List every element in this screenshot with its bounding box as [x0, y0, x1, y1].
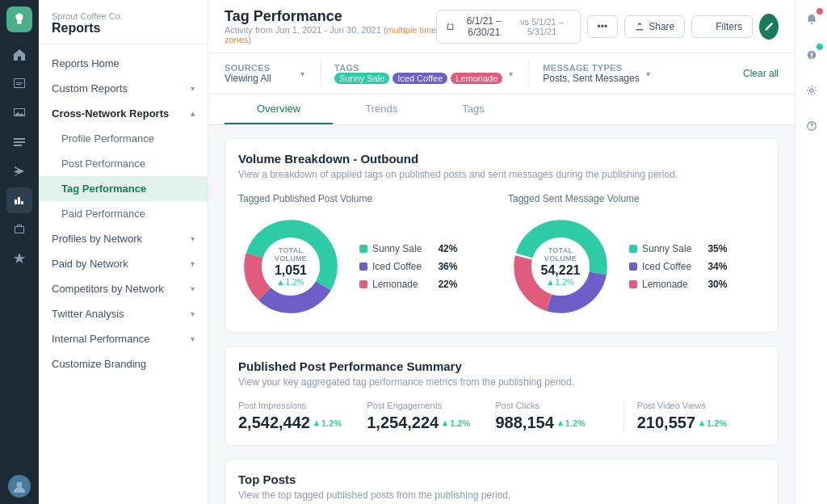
- tab-overview[interactable]: Overview: [225, 94, 333, 124]
- nav-analytics-icon[interactable]: [6, 187, 32, 213]
- competitors-label: Competitors by Network: [52, 283, 164, 295]
- paid-performance-label: Paid Performance: [61, 208, 145, 220]
- left-donut-center: Total Volume 1,051 1.2%: [265, 246, 317, 287]
- legend-item-iced-right: Iced Coffee 34%: [629, 261, 727, 272]
- lemonade-dot-left: [359, 280, 367, 288]
- clicks-value: 988,154 1.2%: [496, 414, 611, 432]
- company-name: Sprout Coffee Co.: [52, 11, 195, 21]
- top-posts-subtitle: View the top tagged published posts from…: [238, 489, 765, 501]
- sidebar-item-twitter-analysis[interactable]: Twitter Analysis ▾: [39, 301, 208, 326]
- sidebar: Sprout Coffee Co. Reports Reports Home C…: [39, 0, 208, 504]
- filter-message-types[interactable]: Message Types Posts, Sent Messages ▾: [543, 60, 665, 87]
- filter-sources[interactable]: Sources Viewing All ▾: [225, 60, 321, 87]
- message-types-chevron: ▾: [646, 69, 650, 78]
- nav-home-icon[interactable]: [6, 42, 32, 68]
- volume-card-subtitle: View a breakdown of applied tags on publ…: [238, 169, 765, 180]
- sidebar-item-profiles-by-network[interactable]: Profiles by Network ▾: [39, 226, 208, 251]
- right-donut-center: Total Volume 54,221 1.2%: [535, 246, 587, 287]
- left-arrow-up-icon: [278, 279, 284, 286]
- engagements-label: Post Engagements: [367, 401, 481, 410]
- clear-all-button[interactable]: Clear all: [743, 68, 779, 79]
- sidebar-item-profile-performance[interactable]: Profile Performance: [39, 126, 208, 151]
- settings-icon[interactable]: [800, 79, 823, 102]
- sidebar-item-internal-performance[interactable]: Internal Performance ▾: [39, 326, 208, 351]
- notification-badge: [817, 8, 823, 15]
- clicks-arrow-icon: [557, 420, 564, 426]
- app-logo[interactable]: [6, 6, 32, 32]
- filters-button[interactable]: Filters: [691, 15, 753, 38]
- tab-trends[interactable]: Trends: [333, 94, 430, 124]
- sunny-pct-left: 42%: [438, 243, 457, 254]
- sidebar-item-custom-reports[interactable]: Custom Reports ▾: [39, 76, 208, 101]
- right-donut-wrapper: Total Volume 54,221 1.2%: [508, 214, 613, 319]
- sidebar-item-competitors[interactable]: Competitors by Network ▾: [39, 276, 208, 301]
- metric-engagements: Post Engagements 1,254,224 1.2%: [367, 401, 495, 432]
- impressions-arrow-icon: [313, 420, 320, 426]
- nav-compose-icon[interactable]: [6, 71, 32, 97]
- tab-tags[interactable]: Tags: [430, 94, 516, 124]
- filters-icon: [702, 22, 712, 32]
- filter-tags[interactable]: Tags Sunny Sale Iced Coffee Lemonade ▾: [334, 60, 530, 87]
- lemonade-pct-right: 30%: [707, 279, 727, 290]
- filters-bar: Sources Viewing All ▾ Tags Sunny Sale Ic…: [208, 53, 795, 94]
- performance-card-subtitle: View your key aggregated tag performance…: [238, 376, 765, 388]
- sidebar-item-paid-by-network[interactable]: Paid by Network ▾: [39, 251, 208, 276]
- right-chart-title: Tagged Sent Message Volume: [508, 193, 765, 204]
- message-types-value: Posts, Sent Messages: [543, 73, 639, 84]
- cross-network-chevron: ▴: [191, 109, 195, 118]
- right-total-label: Total Volume: [535, 246, 587, 262]
- video-views-change: 1.2%: [699, 418, 727, 428]
- nav-star-icon[interactable]: [6, 246, 32, 271]
- nav-tasks-icon[interactable]: [6, 129, 32, 155]
- sidebar-item-tag-performance[interactable]: Tag Performance: [39, 176, 208, 201]
- notification-bell-icon[interactable]: [800, 8, 823, 31]
- metric-impressions: Post Impressions 2,542,442 1.2%: [238, 401, 367, 432]
- sources-chevron: ▾: [300, 69, 304, 78]
- right-legend: Sunny Sale 35% Iced Coffee 34%: [629, 243, 727, 290]
- clicks-label: Post Clicks: [496, 401, 611, 410]
- share-icon: [635, 22, 644, 32]
- help-icon[interactable]: [800, 115, 823, 137]
- profile-performance-label: Profile Performance: [61, 132, 154, 145]
- legend-item-lemonade-right: Lemonade 30%: [629, 279, 727, 290]
- internal-chevron: ▾: [191, 334, 195, 343]
- vs-range: vs 5/1/21 – 5/31/21: [514, 17, 569, 36]
- volume-card-title: Volume Breakdown - Outbound: [238, 152, 765, 166]
- compose-button[interactable]: [759, 14, 779, 40]
- svg-point-1: [17, 482, 23, 488]
- nav-inbox-icon[interactable]: [6, 100, 32, 126]
- share-button[interactable]: Share: [624, 15, 685, 38]
- metric-clicks: Post Clicks 988,154 1.2%: [496, 401, 624, 432]
- legend-item-iced-left: Iced Coffee 36%: [359, 261, 457, 272]
- clicks-change: 1.2%: [557, 418, 586, 428]
- filter-groups: Sources Viewing All ▾ Tags Sunny Sale Ic…: [225, 60, 743, 87]
- legend-item-sunny-right: Sunny Sale 35%: [629, 243, 727, 254]
- activity-icon[interactable]: [800, 44, 823, 66]
- tag-chip-sunny: Sunny Sale: [334, 73, 389, 84]
- charts-row: Tagged Published Post Volume: [238, 193, 765, 319]
- twitter-analysis-label: Twitter Analysis: [52, 308, 124, 320]
- sunny-dot-right: [629, 245, 637, 253]
- nav-briefcase-icon[interactable]: [6, 216, 32, 242]
- right-chart-inner: Total Volume 54,221 1.2%: [508, 214, 765, 319]
- more-options-button[interactable]: •••: [587, 15, 619, 38]
- left-donut-wrapper: Total Volume 1,051 1.2%: [238, 214, 343, 319]
- user-avatar[interactable]: [8, 475, 31, 498]
- page-subtitle: Activity from Jun 1, 2021 - Jun 30, 2021…: [225, 25, 436, 44]
- right-arrow-up-icon: [548, 279, 554, 286]
- nav-send-icon[interactable]: [6, 158, 32, 184]
- custom-reports-chevron: ▾: [191, 84, 195, 93]
- right-chart: Tagged Sent Message Volume: [508, 193, 765, 319]
- date-range-button[interactable]: 6/1/21 – 6/30/21 vs 5/1/21 – 5/31/21: [436, 10, 580, 44]
- left-total-label: Total Volume: [265, 246, 317, 262]
- sidebar-item-paid-performance[interactable]: Paid Performance: [39, 201, 208, 226]
- sidebar-item-customize-branding[interactable]: Customize Branding: [39, 351, 208, 376]
- timezone-note: multiple time zones: [225, 25, 436, 44]
- twitter-chevron: ▾: [191, 309, 195, 318]
- sources-label: Sources: [225, 63, 271, 73]
- left-chart-inner: Total Volume 1,051 1.2%: [238, 214, 495, 319]
- sidebar-item-cross-network[interactable]: Cross-Network Reports ▴: [39, 101, 208, 126]
- iced-dot-left: [359, 262, 367, 271]
- sidebar-item-reports-home[interactable]: Reports Home: [39, 51, 208, 76]
- sidebar-item-post-performance[interactable]: Post Performance: [39, 151, 208, 176]
